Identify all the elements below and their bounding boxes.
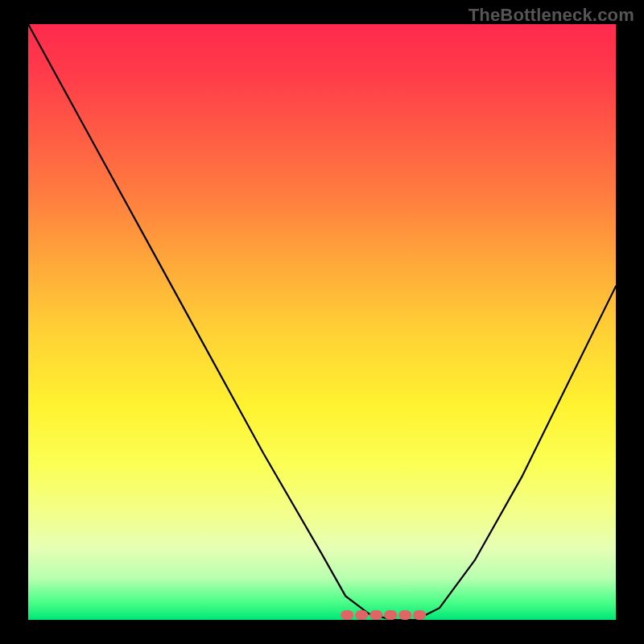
chart-plot-area	[28, 24, 616, 620]
watermark-text: TheBottleneck.com	[469, 5, 634, 26]
chart-svg	[28, 24, 616, 620]
bottleneck-curve-line	[28, 24, 616, 620]
